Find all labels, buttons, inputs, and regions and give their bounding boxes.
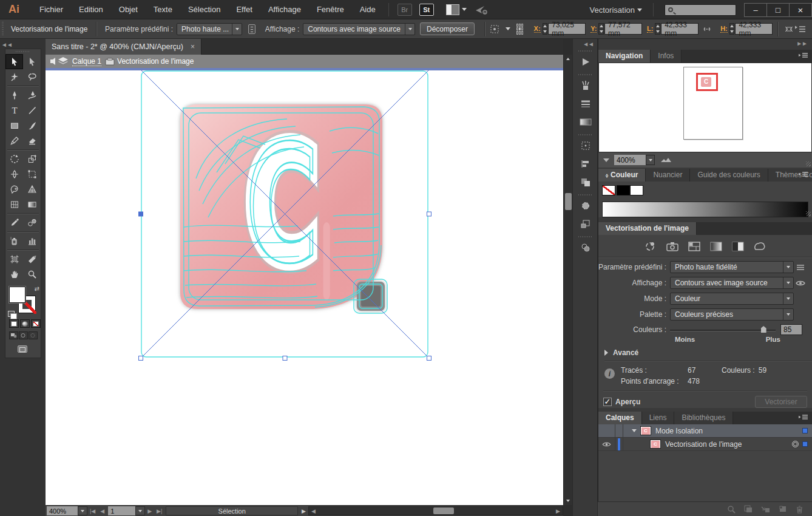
preset-dropdown[interactable]: Photo haute ... [177,23,242,35]
panel-menu-icon[interactable] [795,25,806,33]
close-tab-icon[interactable]: × [191,42,195,51]
free-transform-tool[interactable] [23,166,41,182]
collapse-panels-icon[interactable]: ►► [598,39,812,50]
resize-grip[interactable] [806,211,811,216]
locate-object-icon[interactable] [727,505,736,514]
menu-selection[interactable]: Sélection [180,0,228,19]
colors-value-field[interactable]: 85 [780,324,802,335]
none-color-swatch[interactable] [602,185,615,195]
share-icon[interactable] [475,5,487,15]
curvature-tool[interactable] [23,87,41,103]
trace-panel-launcher-icon[interactable] [248,24,255,34]
eyedropper-tool[interactable] [5,215,23,230]
preset-lowcolor-icon[interactable] [688,240,701,253]
draw-behind-mode-button[interactable] [19,331,28,339]
menu-effet[interactable]: Effet [228,0,260,19]
search-box[interactable] [665,4,736,16]
perspective-grid-tool[interactable] [23,182,41,197]
trace-mode-dropdown[interactable]: Couleur [670,293,794,305]
slice-tool[interactable] [23,251,41,266]
color-button[interactable] [9,319,19,328]
vertical-scroll-thumb[interactable] [565,193,572,210]
collapse-left-dock-icon[interactable]: ◄◄ [1,41,12,48]
symbol-sprayer-tool[interactable] [5,233,23,248]
last-artboard-icon[interactable]: ▶| [154,508,164,514]
tab-navigation[interactable]: Navigation [598,50,651,63]
scroll-down-icon[interactable] [564,497,572,504]
stock-button[interactable]: St [419,4,434,16]
navigation-zoom-field[interactable]: 400% [614,155,646,165]
selection-indicator[interactable] [802,428,808,433]
scale-corners-icon[interactable] [783,24,795,34]
preset-blackwhite-icon[interactable] [731,240,745,253]
rotate-tool[interactable] [5,151,23,166]
appearance-panel-icon[interactable] [573,239,598,257]
scroll-up-icon[interactable] [564,55,572,63]
actions-panel-icon[interactable] [573,53,598,71]
status-menu-icon[interactable]: ▶ [299,508,308,514]
gradient-button[interactable] [20,319,30,328]
blend-tool[interactable] [23,215,41,230]
workspace-switcher[interactable]: Vectorisation [584,5,648,15]
tab-vectorisation[interactable]: Vectorisation de l'image [598,222,697,235]
delete-layer-icon[interactable] [796,505,804,514]
layer-row-isolation[interactable]: C Mode Isolation [598,424,812,438]
layer-row-trace-object[interactable]: C Vectorisation de l'image [598,438,812,451]
menu-fichier[interactable]: Fichier [32,0,71,19]
bridge-button[interactable]: Br [398,4,412,16]
colors-slider[interactable] [670,325,776,334]
expand-dock-icon[interactable]: ◄◄ [573,39,597,47]
reference-point-selector[interactable] [516,24,523,35]
artboard-tool[interactable] [5,251,23,266]
disclosure-triangle-icon[interactable] [632,429,637,432]
tab-nuancier[interactable]: Nuancier [646,169,690,182]
none-button[interactable] [31,319,41,328]
zoom-in-icon[interactable] [661,158,671,162]
brushes-panel-icon[interactable] [573,76,598,95]
toolbar-grip[interactable] [5,49,41,54]
width-stepper[interactable] [655,23,660,35]
height-stepper[interactable] [729,23,735,35]
visibility-cell[interactable] [598,424,615,438]
zoom-out-icon[interactable] [603,158,609,162]
black-swatch[interactable] [617,185,630,195]
layer-label[interactable]: Mode Isolation [655,427,703,435]
zoom-level-field[interactable]: 400% [47,506,78,515]
make-mask-icon[interactable] [744,505,753,513]
draw-normal-mode-button[interactable] [9,331,18,339]
canvas[interactable]: C C [46,68,563,505]
grayscale-ramp[interactable] [602,202,808,217]
navigation-preview[interactable]: C [598,63,812,152]
width-field[interactable]: 42,333 mm [661,23,699,35]
vertical-scrollbar[interactable] [563,55,572,505]
close-button[interactable]: × [789,3,812,17]
stroke-panel-icon[interactable] [573,95,598,113]
preset-highcolor-icon[interactable] [666,240,679,253]
hand-tool[interactable] [5,266,23,282]
shape-builder-tool[interactable] [5,182,23,197]
link-dimensions-icon[interactable] [702,24,712,34]
menu-aide[interactable]: Aide [352,0,384,19]
view-dropdown[interactable]: Contours avec image source [303,23,415,35]
magic-wand-tool[interactable] [5,69,23,84]
fill-stroke-indicator[interactable]: ⇄ [7,285,41,317]
panel-menu-icon[interactable] [799,52,808,58]
scale-tool[interactable] [23,151,41,166]
document-tab[interactable]: Sans titre - 2* @ 400% (CMJN/Aperçu) × [46,39,201,55]
eraser-tool[interactable] [23,133,41,148]
horizontal-scroll-thumb[interactable] [433,508,454,514]
tab-guide-des-couleurs[interactable]: Guide des couleurs [690,169,768,182]
tab-calques[interactable]: Calques [598,412,642,424]
trace-view-dropdown[interactable]: Contours avec image source [670,277,794,289]
grip-handle[interactable] [2,22,4,36]
width-tool[interactable] [5,166,23,182]
preset-grayscale-icon[interactable] [709,240,723,253]
column-graph-tool[interactable] [23,233,41,248]
align-panel-icon[interactable] [573,155,598,173]
menu-affichage[interactable]: Affichage [260,0,309,19]
minimize-button[interactable]: – [744,3,767,17]
expand-button[interactable]: Décomposer [420,22,475,35]
height-field[interactable]: 42,333 mm [735,23,773,35]
zoom-tool[interactable] [23,266,41,282]
artboard-dropdown-icon[interactable] [135,506,145,515]
